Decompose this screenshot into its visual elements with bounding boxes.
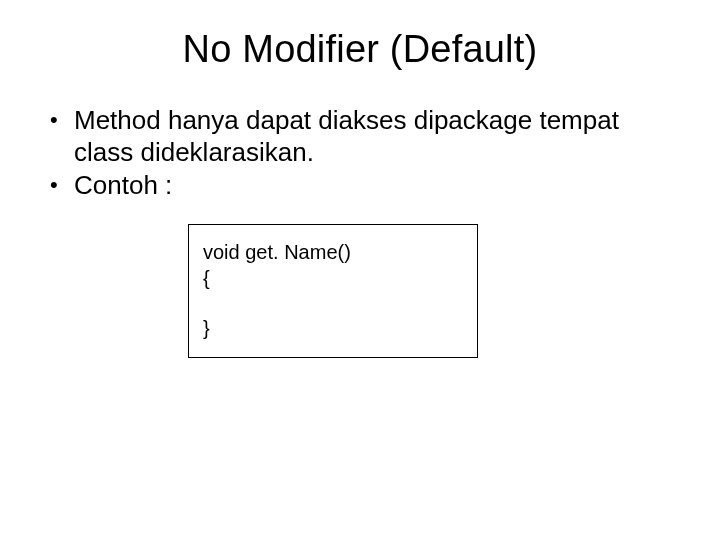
slide: No Modifier (Default) Method hanya dapat… [0, 0, 720, 540]
code-example-box: void get. Name() { } [188, 224, 478, 358]
bullet-text: Method hanya dapat diakses dipackage tem… [74, 105, 619, 167]
bullet-item: Contoh : [50, 170, 672, 202]
code-line: void get. Name() [203, 239, 463, 265]
bullet-item: Method hanya dapat diakses dipackage tem… [50, 105, 672, 168]
code-line: } [203, 315, 463, 341]
bullet-text: Contoh : [74, 170, 172, 200]
code-blank-line [203, 291, 463, 315]
code-line: { [203, 265, 463, 291]
slide-title: No Modifier (Default) [48, 28, 672, 71]
bullet-list: Method hanya dapat diakses dipackage tem… [50, 105, 672, 202]
